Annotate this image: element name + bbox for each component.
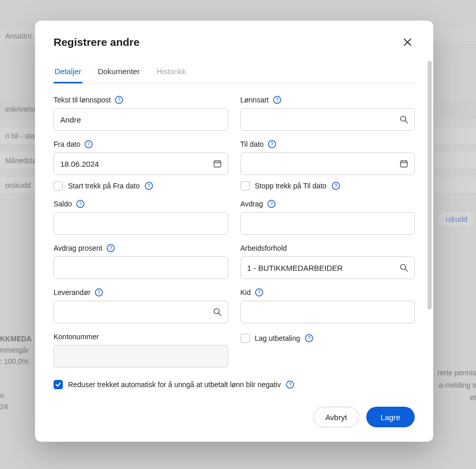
label-fra-dato: Fra dato	[54, 140, 80, 148]
check-icon	[55, 381, 61, 388]
label-reduser: Reduser trekket automatisk for å unngå a…	[68, 380, 281, 389]
input-avdrag[interactable]	[241, 212, 415, 235]
label-arbeidsforhold: Arbeidsforhold	[241, 244, 287, 252]
label-lonnsart: Lønnsart	[241, 96, 269, 104]
input-kontonummer[interactable]	[54, 345, 228, 368]
help-icon[interactable]: ?	[268, 140, 276, 148]
svg-rect-8	[214, 161, 220, 167]
label-start-trekk: Start trekk på Fra dato	[68, 182, 140, 190]
svg-line-5	[405, 121, 408, 124]
tab-documents[interactable]: Dokumenter	[97, 61, 141, 83]
tab-history: Historikk	[155, 61, 187, 83]
field-avdrag: Avdrag ?	[241, 200, 415, 235]
svg-text:?: ?	[117, 97, 121, 103]
scrollbar-thumb[interactable]	[428, 61, 432, 309]
modal-body-wrap: Detaljer Dokumenter Historikk Tekst til …	[35, 61, 433, 402]
svg-rect-16	[401, 161, 407, 167]
help-icon[interactable]: ?	[267, 200, 276, 208]
field-fra-dato: Fra dato ? Start trekk på Fra dato ?	[54, 140, 228, 190]
modal-registrere-andre: Registrere andre Detaljer Dokumenter His…	[35, 21, 433, 442]
input-leverandor[interactable]	[54, 301, 228, 323]
help-icon[interactable]: ?	[255, 288, 263, 297]
checkbox-start-trekk[interactable]	[54, 181, 63, 190]
help-icon[interactable]: ?	[84, 140, 93, 148]
help-icon[interactable]: ?	[107, 244, 115, 252]
svg-text:?: ?	[148, 183, 151, 189]
modal-footer: Avbryt Lagre	[35, 402, 433, 442]
input-fra-dato[interactable]	[54, 152, 228, 175]
form-grid: Tekst til lønnspost ? Lønnsart ?	[54, 96, 415, 389]
field-arbeidsforhold: Arbeidsforhold	[241, 244, 415, 279]
label-til-dato: Til dato	[241, 140, 264, 148]
close-button[interactable]	[400, 35, 415, 49]
field-lonnsart: Lønnsart ?	[241, 96, 415, 131]
help-icon[interactable]: ?	[115, 96, 123, 104]
tabs: Detaljer Dokumenter Historikk	[54, 61, 415, 83]
field-tekst: Tekst til lønnspost ?	[54, 96, 228, 131]
svg-text:?: ?	[258, 290, 261, 296]
calendar-icon[interactable]	[213, 159, 222, 168]
checkbox-stopp-trekk[interactable]	[241, 181, 250, 190]
close-icon	[403, 38, 412, 47]
svg-text:?: ?	[308, 336, 311, 341]
field-lag-utbetaling: Lag utbetaling ?	[241, 333, 415, 368]
svg-text:?: ?	[276, 97, 279, 103]
field-avdrag-prosent: Avdrag prosent ?	[54, 244, 228, 279]
svg-text:?: ?	[109, 246, 112, 251]
checkbox-reduser[interactable]	[54, 380, 63, 389]
label-lag-utbetaling: Lag utbetaling	[255, 334, 300, 342]
svg-line-33	[218, 314, 221, 316]
svg-text:?: ?	[87, 142, 90, 147]
help-icon[interactable]: ?	[305, 334, 313, 342]
input-lonnsart[interactable]	[241, 108, 415, 131]
calendar-icon[interactable]	[399, 159, 409, 168]
modal-title: Registrere andre	[54, 36, 140, 48]
field-kontonummer: Kontonummer	[54, 333, 228, 368]
search-icon[interactable]	[213, 307, 222, 317]
input-tekst[interactable]	[54, 108, 228, 131]
input-til-dato[interactable]	[241, 152, 415, 175]
help-icon[interactable]: ?	[95, 288, 103, 297]
svg-text:?: ?	[270, 201, 273, 207]
field-til-dato: Til dato ? Stopp trekk på Til dato ?	[241, 140, 415, 190]
search-icon[interactable]	[399, 115, 409, 124]
label-leverandor: Leverandør	[54, 288, 91, 297]
label-avdrag-prosent: Avdrag prosent	[54, 244, 103, 252]
help-icon[interactable]: ?	[286, 380, 294, 389]
svg-text:?: ?	[334, 183, 337, 189]
input-arbeidsforhold[interactable]	[241, 256, 415, 279]
help-icon[interactable]: ?	[332, 182, 340, 190]
save-button[interactable]: Lagre	[366, 407, 415, 427]
scrollbar[interactable]	[427, 61, 432, 402]
label-kontonummer: Kontonummer	[54, 333, 99, 341]
help-icon[interactable]: ?	[273, 96, 281, 104]
help-icon[interactable]: ?	[76, 200, 84, 208]
input-kid[interactable]	[241, 301, 415, 323]
svg-text:?: ?	[270, 142, 274, 147]
svg-text:?: ?	[288, 382, 292, 388]
input-avdrag-prosent[interactable]	[54, 256, 228, 279]
modal-body: Detaljer Dokumenter Historikk Tekst til …	[35, 61, 433, 402]
label-tekst: Tekst til lønnspost	[54, 96, 111, 104]
svg-text:?: ?	[79, 201, 82, 207]
field-saldo: Saldo ?	[54, 200, 228, 235]
label-kid: Kid	[241, 288, 251, 297]
modal-header: Registrere andre	[35, 21, 433, 56]
label-stopp-trekk: Stopp trekk på Til dato	[255, 182, 327, 190]
input-saldo[interactable]	[54, 212, 228, 235]
svg-text:?: ?	[97, 290, 100, 296]
search-icon[interactable]	[399, 263, 409, 272]
cancel-button[interactable]: Avbryt	[313, 407, 359, 427]
label-saldo: Saldo	[54, 200, 72, 208]
tab-details[interactable]: Detaljer	[54, 61, 82, 83]
help-icon[interactable]: ?	[145, 182, 153, 190]
label-avdrag: Avdrag	[241, 200, 263, 208]
checkbox-lag-utbetaling[interactable]	[241, 334, 250, 343]
field-kid: Kid ?	[241, 288, 415, 323]
svg-line-29	[405, 269, 408, 272]
field-leverandor: Leverandør ?	[54, 288, 228, 323]
field-reduser: Reduser trekket automatisk for å unngå a…	[54, 380, 415, 389]
